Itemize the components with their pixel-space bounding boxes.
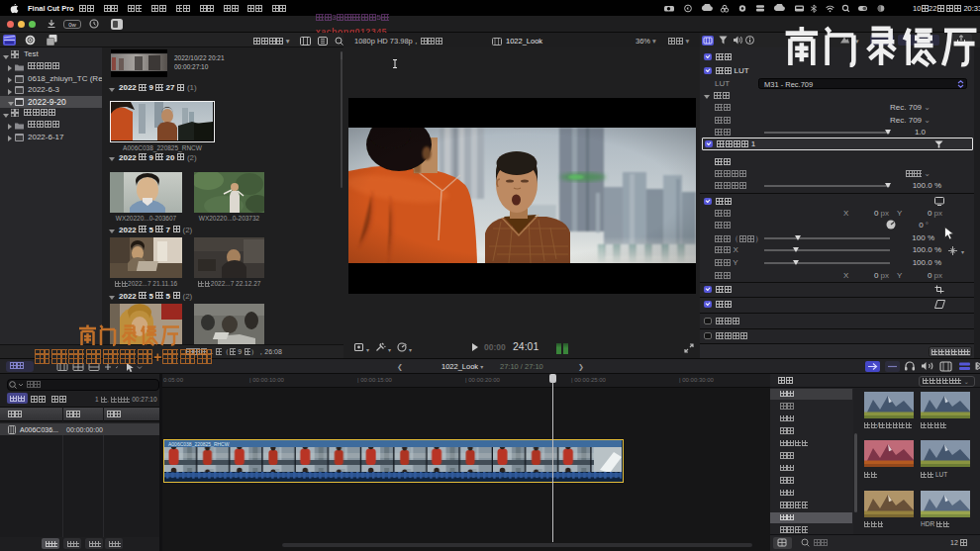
svg-text:A006C038_220825_RHCW: A006C038_220825_RHCW xyxy=(168,441,230,447)
